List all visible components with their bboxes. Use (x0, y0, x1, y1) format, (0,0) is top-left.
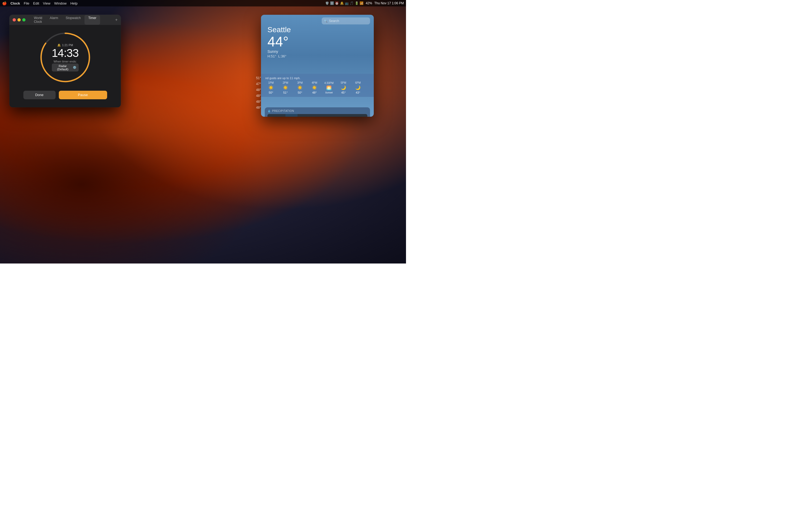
apple-menu[interactable]: 🍎 (2, 1, 7, 5)
hourly-item-sunset: 4:30PM 🌅 Sunset (323, 81, 335, 94)
minimize-button[interactable] (17, 18, 21, 21)
timer-sound-picker[interactable]: Radar (Default) ⚙️ (52, 63, 78, 71)
weather-high-low: H:51° L:36° (267, 54, 367, 58)
add-clock-button[interactable]: + (115, 17, 118, 22)
hourly-item-5pm: 5PM 🌙 45° (338, 81, 349, 94)
hourly-icon-2pm: ☀️ (283, 85, 288, 90)
temp-list: 51° 47° 48° 48° 48° 48° (256, 75, 261, 110)
hourly-icon-3pm: ☀️ (297, 85, 303, 90)
precip-label: PRECIPITATION (272, 109, 294, 112)
hourly-item-6pm: 6PM 🌙 43° (352, 81, 364, 94)
precip-header: 💧 PRECIPITATION (267, 109, 367, 112)
tab-world-clock[interactable]: World Clock (30, 15, 46, 25)
hourly-row: 1PM ☀️ 50° 2PM ☀️ 51° 3PM ☀️ 50° 4PM ☀️ … (265, 81, 369, 94)
hourly-icon-5pm: 🌙 (341, 85, 346, 90)
menu-window[interactable]: Window (54, 1, 67, 5)
window-tabs: World Clock Alarm Stopwatch Timer (30, 15, 100, 25)
timer-display: 14:33 (52, 47, 78, 59)
precip-map: Edmonton · Calgary Portland OR ID Salt L… (267, 114, 367, 117)
tab-stopwatch[interactable]: Stopwatch (62, 15, 85, 25)
maximize-button[interactable] (22, 18, 26, 21)
sound-label: Radar (Default) (54, 64, 71, 71)
menubar-right: 🛡️ ℹ️ ⏰ 🔔 📺 🎵 🔋 📶 42% Thu Nov 17 1:06 PM (325, 1, 404, 5)
close-button[interactable] (13, 18, 16, 21)
hourly-icon-1pm: ☀️ (268, 85, 274, 90)
menu-file[interactable]: File (24, 1, 29, 5)
temp-list-item-2: 47° (256, 81, 261, 87)
menubar-battery: 42% (366, 1, 372, 5)
tab-alarm[interactable]: Alarm (46, 15, 62, 25)
temp-list-item-5: 48° (256, 99, 261, 105)
temp-list-item-1: 51° (256, 75, 261, 81)
timer-circle: 🔔 1:21 PM 14:33 When timer ends: Radar (… (39, 31, 92, 84)
done-button[interactable]: Done (23, 91, 56, 99)
hourly-item-4pm: 4PM ☀️ 48° (309, 81, 320, 94)
temp-list-item-4: 48° (256, 93, 261, 99)
pause-button[interactable]: Pause (59, 91, 107, 99)
menu-help[interactable]: Help (70, 1, 77, 5)
weather-city: Seattle (267, 26, 367, 34)
window-titlebar: World Clock Alarm Stopwatch Timer + (10, 15, 121, 25)
search-placeholder: Search (329, 19, 339, 23)
traffic-lights (13, 18, 26, 21)
clock-window: World Clock Alarm Stopwatch Timer + 🔔 1:… (10, 15, 121, 107)
search-icon: 🔍 (324, 19, 328, 23)
menu-edit[interactable]: Edit (33, 1, 39, 5)
hourly-icon-sunset: 🌅 (326, 85, 332, 90)
timer-content: 🔔 1:21 PM 14:33 When timer ends: Radar (… (10, 25, 121, 107)
weather-search-bar[interactable]: 🔍 Search (322, 17, 370, 25)
weather-alert: nd gusts are up to 11 mph. (265, 76, 369, 80)
temp-list-item-3: 48° (256, 87, 261, 93)
timer-ends-label: When timer ends: (52, 60, 78, 63)
hourly-section: nd gusts are up to 11 mph. 1PM ☀️ 50° 2P… (261, 74, 374, 97)
weather-panel: 🔍 Search Seattle 44° Sunny H:51° L:36° n… (261, 15, 374, 117)
menubar-datetime: Thu Nov 17 1:06 PM (374, 1, 404, 5)
weather-temp: 44° (267, 34, 367, 49)
precip-section: 💧 PRECIPITATION Edmonton · Calgary Portl… (265, 107, 370, 117)
hourly-icon-6pm: 🌙 (355, 85, 361, 90)
precip-icon: 💧 (267, 109, 271, 112)
hourly-item-3pm: 3PM ☀️ 50° (294, 81, 306, 94)
menubar-icons: 🛡️ ℹ️ ⏰ 🔔 📺 🎵 🔋 📶 (325, 1, 364, 5)
menu-view[interactable]: View (43, 1, 50, 5)
timer-inner: 🔔 1:21 PM 14:33 When timer ends: Radar (… (52, 43, 78, 71)
app-name[interactable]: Clock (11, 1, 20, 5)
menubar: 🍎 Clock File Edit View Window Help 🛡️ ℹ️… (0, 0, 406, 6)
menubar-left: 🍎 Clock File Edit View Window Help (2, 1, 77, 5)
temp-list-item-6: 48° (256, 105, 261, 110)
tab-timer[interactable]: Timer (85, 15, 100, 25)
timer-buttons: Done Pause (23, 91, 107, 99)
hourly-icon-4pm: ☀️ (312, 85, 317, 90)
chevron-icon: ⚙️ (73, 66, 76, 69)
hourly-item-2pm: 2PM ☀️ 51° (280, 81, 291, 94)
hourly-item-1pm: 1PM ☀️ 50° (265, 81, 277, 94)
weather-condition: Sunny (267, 49, 367, 54)
